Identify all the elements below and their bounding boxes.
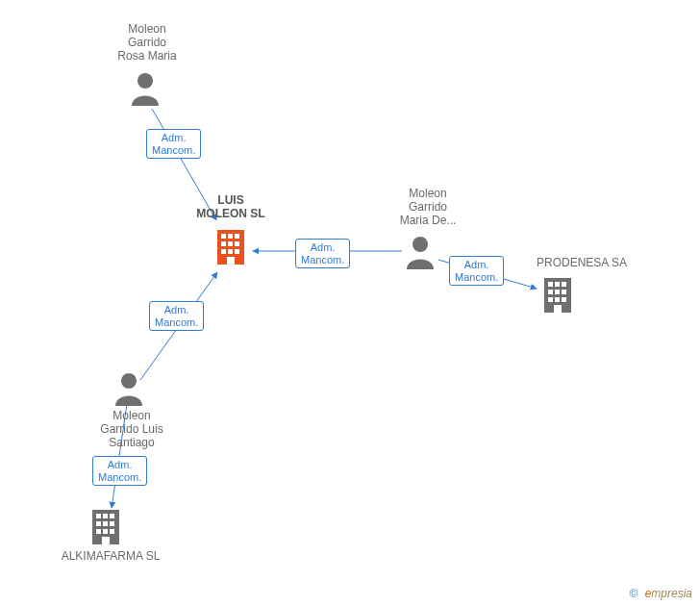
svg-rect-34 [110, 529, 114, 534]
svg-rect-26 [96, 514, 101, 518]
svg-rect-7 [235, 241, 239, 246]
node-label-alkimafarma[interactable]: ALKIMAFARMA SL [53, 550, 168, 564]
edge-label-adm-mancom[interactable]: Adm. Mancom. [146, 129, 201, 159]
copyright-symbol: © [629, 587, 638, 600]
node-label-luis-moleon-sl[interactable]: LUIS MOLEON SL [183, 194, 279, 221]
svg-rect-9 [228, 249, 233, 254]
svg-rect-2 [221, 234, 226, 239]
building-icon [540, 276, 575, 315]
person-icon [130, 71, 161, 106]
svg-rect-21 [555, 297, 560, 302]
svg-rect-5 [221, 241, 226, 246]
svg-rect-31 [110, 521, 114, 526]
svg-rect-33 [103, 529, 108, 534]
svg-rect-35 [102, 537, 110, 544]
svg-rect-19 [562, 290, 566, 294]
person-icon [113, 371, 144, 406]
svg-rect-29 [96, 521, 101, 526]
svg-rect-6 [228, 241, 233, 246]
edge-label-adm-mancom[interactable]: Adm. Mancom. [449, 256, 504, 286]
svg-rect-30 [103, 521, 108, 526]
svg-rect-20 [548, 297, 553, 302]
edge-label-adm-mancom[interactable]: Adm. Mancom. [92, 456, 147, 486]
edge-label-adm-mancom[interactable]: Adm. Mancom. [295, 239, 350, 268]
svg-rect-17 [548, 290, 553, 294]
node-label-luis-santiago[interactable]: Moleon Garrido Luis Santiago [88, 410, 175, 449]
svg-rect-11 [227, 257, 235, 265]
svg-point-0 [138, 73, 153, 88]
brand-text: empresia [645, 587, 692, 600]
svg-point-24 [121, 373, 137, 389]
node-label-prodenesa[interactable]: PRODENESA SA [524, 257, 639, 270]
svg-rect-18 [555, 290, 560, 294]
person-icon [405, 235, 436, 269]
svg-rect-10 [235, 249, 239, 254]
edge-label-adm-mancom[interactable]: Adm. Mancom. [149, 301, 204, 331]
node-label-rosa[interactable]: Moleon Garrido Rosa Maria [104, 23, 190, 63]
svg-rect-16 [562, 282, 566, 287]
svg-rect-4 [235, 234, 239, 239]
svg-rect-22 [562, 297, 566, 302]
building-icon [213, 228, 248, 266]
svg-point-12 [412, 237, 428, 252]
svg-rect-23 [554, 305, 562, 313]
svg-rect-8 [221, 249, 226, 254]
svg-rect-32 [96, 529, 101, 534]
svg-rect-15 [555, 282, 560, 287]
building-icon [88, 508, 123, 546]
svg-rect-3 [228, 234, 233, 239]
svg-rect-28 [110, 514, 114, 518]
diagram-canvas: Moleon Garrido Rosa Maria LUIS MOLEON SL… [0, 0, 700, 606]
node-label-maria[interactable]: Moleon Garrido Maria De... [385, 188, 471, 227]
svg-rect-14 [548, 282, 553, 287]
watermark: © empresia [629, 587, 692, 600]
svg-rect-27 [103, 514, 108, 518]
